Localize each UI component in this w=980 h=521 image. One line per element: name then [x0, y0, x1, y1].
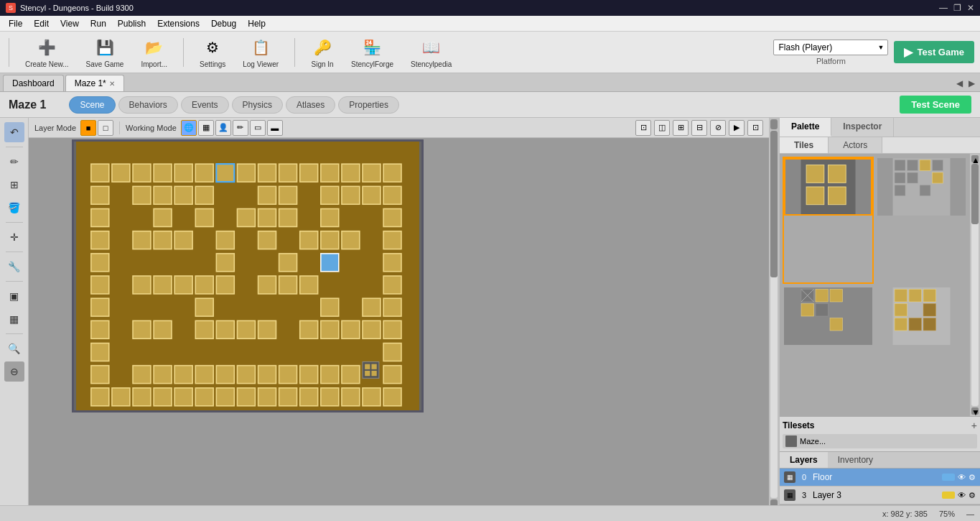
tool-zoom-in[interactable]: 🔍 [4, 338, 24, 359]
close-btn[interactable]: ✕ [967, 3, 974, 13]
layer-settings-layer3[interactable]: ⚙ [969, 491, 976, 500]
toolbar-btn-createnew[interactable]: ➕Create New... [21, 33, 73, 71]
svg-rect-93 [91, 388, 109, 406]
tab-maze1-close[interactable]: ✕ [109, 80, 115, 88]
canvas-view-btn3[interactable]: ⊞ [673, 120, 689, 136]
tool-wrench[interactable]: 🔧 [4, 257, 24, 277]
tool-zoom-out[interactable]: ⊖ [4, 361, 24, 382]
platform-label: Platform [816, 57, 846, 65]
svg-rect-125 [933, 160, 943, 171]
tool-move[interactable]: ✛ [4, 227, 24, 247]
scene-canvas[interactable] [72, 139, 424, 412]
scene-tab-behaviors[interactable]: Behaviors [118, 96, 178, 114]
tab-dashboard[interactable]: Dashboard [3, 75, 64, 91]
toolbar-btn-import[interactable]: 📂Import... [136, 33, 172, 71]
working-mode-person[interactable]: 👤 [215, 120, 231, 136]
tileset-add-button[interactable]: + [971, 420, 977, 431]
tool-fill[interactable]: 🪣 [4, 198, 24, 218]
tileset-grid[interactable] [780, 154, 970, 416]
right-tab-inspector[interactable]: Inspector [831, 118, 894, 137]
menu-item-view[interactable]: View [55, 17, 85, 30]
tab-nav-left[interactable]: ◀ [954, 77, 965, 90]
tool-pencil[interactable]: ✏ [4, 152, 24, 172]
scene-tab-atlases[interactable]: Atlases [286, 96, 335, 114]
layer-settings-floor[interactable]: ⚙ [969, 473, 976, 482]
svg-rect-38 [154, 231, 172, 249]
svg-rect-86 [237, 366, 255, 384]
canvas-view-btn5[interactable]: ⊘ [710, 120, 726, 136]
menu-item-edit[interactable]: Edit [28, 17, 55, 30]
scene-tab-scene[interactable]: Scene [69, 96, 115, 114]
tab-nav-right[interactable]: ▶ [966, 77, 977, 90]
menu-item-extensions[interactable]: Extensions [151, 17, 205, 30]
working-mode-globe[interactable]: 🌐 [181, 120, 197, 136]
canvas-scrollbar-v[interactable] [769, 118, 779, 511]
svg-rect-124 [895, 185, 905, 196]
scene-tab-properties[interactable]: Properties [338, 96, 399, 114]
canvas-view-btn4[interactable]: ⊟ [691, 120, 707, 136]
layer-vis-floor[interactable]: 👁 [958, 473, 966, 481]
tool-layer-b[interactable]: ▦ [4, 309, 24, 329]
maximize-btn[interactable]: ❐ [953, 3, 961, 13]
toolbar-btn-settings[interactable]: ⚙Settings [195, 33, 230, 71]
tileset-item-4[interactable] [876, 286, 967, 413]
svg-rect-135 [816, 304, 829, 317]
tileset-entry-maze[interactable]: Maze... [783, 434, 977, 448]
toolbar-btn-signin[interactable]: 🔑Sign In [307, 33, 338, 71]
svg-rect-27 [383, 186, 401, 204]
scene-tab-events[interactable]: Events [181, 96, 229, 114]
tool-select[interactable]: ↶ [4, 122, 24, 142]
ta-tab-actors[interactable]: Actors [829, 137, 882, 153]
canvas-view-btn2[interactable]: ◫ [654, 120, 670, 136]
canvas-view-btn1[interactable]: ⊡ [635, 120, 651, 136]
test-game-button[interactable]: ▶ Test Game [894, 41, 974, 63]
layer-row-floor[interactable]: ▦ 0 Floor 👁 ⚙ [780, 469, 980, 487]
svg-rect-138 [895, 290, 907, 303]
tileset-vscroll[interactable]: ▲ ▼ [970, 154, 980, 416]
platform-select[interactable]: Flash (Player) HTML5 Android iOS [773, 40, 888, 55]
layers-tab-inventory[interactable]: Inventory [828, 452, 883, 468]
scene-tab-physics[interactable]: Physics [232, 96, 283, 114]
tool-grid[interactable]: ⊞ [4, 175, 24, 195]
tileset-item-2[interactable] [876, 157, 967, 284]
layers-tab-layers[interactable]: Layers [780, 452, 828, 468]
layer-mode-btn-orange[interactable]: ■ [80, 120, 96, 136]
layer-row-layer3[interactable]: ▦ 3 Layer 3 👁 ⚙ [780, 487, 980, 504]
menu-item-help[interactable]: Help [242, 17, 271, 30]
working-mode-pencil[interactable]: ✏ [233, 120, 248, 136]
svg-rect-96 [154, 388, 172, 406]
toolbar-icon-5: 🔑 [311, 36, 334, 59]
toolbar-btn-savegame[interactable]: 💾Save Game [82, 33, 129, 71]
test-scene-button[interactable]: Test Scene [900, 96, 971, 114]
right-tab-palette[interactable]: Palette [780, 118, 831, 137]
tileset-scroll-up[interactable]: ▲ [971, 155, 979, 162]
layer-mode-btn-gray[interactable]: □ [98, 120, 113, 136]
working-mode-rect[interactable]: ▭ [250, 120, 266, 136]
toolbar-btn-stencylpedia[interactable]: 📖Stencylpedia [406, 33, 456, 71]
menu-item-publish[interactable]: Publish [112, 17, 151, 30]
working-mode-grid[interactable]: ▦ [198, 120, 214, 136]
tileset-scroll-down[interactable]: ▼ [971, 407, 979, 415]
menu-item-debug[interactable]: Debug [205, 17, 242, 30]
svg-rect-80 [91, 366, 109, 384]
menu-item-run[interactable]: Run [85, 17, 112, 30]
svg-rect-51 [91, 276, 109, 294]
toolbar-btn-stencylforge[interactable]: 🏪StencylForge [347, 33, 398, 71]
working-mode-rect2[interactable]: ▬ [267, 120, 283, 136]
canvas-view-btn6[interactable]: ⊡ [747, 120, 763, 136]
tileset-item-1[interactable] [783, 157, 874, 284]
window-controls[interactable]: — ❐ ✕ [939, 3, 974, 13]
layer-vis-layer3[interactable]: 👁 [958, 491, 966, 499]
tab-maze1[interactable]: Maze 1* ✕ [65, 75, 124, 91]
svg-rect-22 [258, 186, 276, 204]
tileset-item-3[interactable] [783, 286, 874, 413]
canvas-view-play[interactable]: ▶ [729, 120, 745, 136]
scroll-v-track[interactable] [770, 131, 778, 498]
canvas-area[interactable]: Layer Mode ■ □ Working Mode 🌐 ▦ 👤 ✏ ▭ ▬ … [29, 118, 779, 521]
toolbar-btn-logviewer[interactable]: 📋Log Viewer [238, 33, 283, 71]
tool-layer-a[interactable]: ▣ [4, 286, 24, 306]
layer-mode-label: Layer Mode [34, 124, 76, 132]
menu-item-file[interactable]: File [3, 17, 28, 30]
minimize-btn[interactable]: — [939, 3, 948, 13]
ta-tab-tiles[interactable]: Tiles [780, 137, 829, 153]
